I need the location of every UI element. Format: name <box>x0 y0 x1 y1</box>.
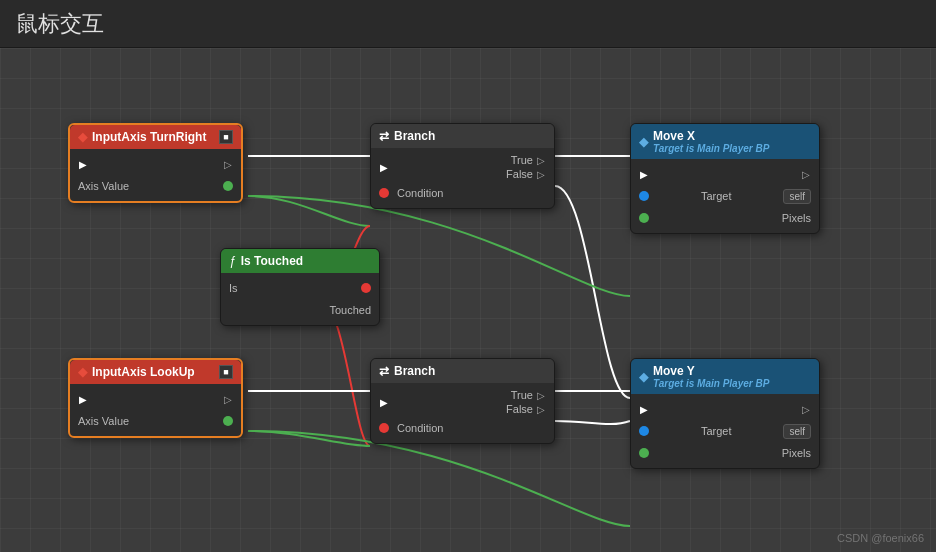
move-x-header: ◆ Move X Target is Main Player BP <box>631 124 819 159</box>
move-y-pixels-label: Pixels <box>782 447 811 459</box>
branch-bottom-cond-label: Condition <box>397 422 443 434</box>
input-axis-lookup-body: ▶ ▷ Axis Value <box>70 384 241 436</box>
lookup-axis-pin <box>223 416 233 426</box>
turn-axis-value-label: Axis Value <box>78 180 129 192</box>
move-y-body: ▶ ▷ Target self Pixels <box>631 394 819 468</box>
move-x-subtitle: Target is Main Player BP <box>653 143 769 154</box>
is-touched-header: ƒ Is Touched <box>221 249 379 273</box>
input-axis-lookup-label: InputAxis LookUp <box>92 365 195 379</box>
input-axis-turn-icon: ◆ <box>78 130 87 144</box>
move-x-exec-in: ▶ <box>639 169 649 179</box>
branch-top-cond-label: Condition <box>397 187 443 199</box>
is-pin <box>361 283 371 293</box>
title-bar: 鼠标交互 <box>0 0 936 48</box>
is-touched-func-icon: ƒ <box>229 254 236 268</box>
input-axis-turn-label: InputAxis TurnRight <box>92 130 206 144</box>
turn-axis-pin <box>223 181 233 191</box>
branch-bottom-header: ⇄ Branch <box>371 359 554 383</box>
is-pin-label: Is <box>229 282 238 294</box>
move-x-title: Move X <box>653 129 769 143</box>
branch-top-exec-row: ▶ True ▷ False ▷ <box>379 154 546 180</box>
node-input-axis-lookup[interactable]: ◆ InputAxis LookUp ■ ▶ ▷ Axis Value <box>68 358 243 438</box>
lookup-close-icon[interactable]: ■ <box>219 365 233 379</box>
move-x-pixels-label: Pixels <box>782 212 811 224</box>
move-y-exec-out: ▷ <box>801 404 811 414</box>
lookup-exec-in-pin: ▶ <box>78 394 88 404</box>
move-x-target-row: Target self <box>639 187 811 205</box>
is-touched-row: Is <box>229 279 371 297</box>
branch-top-false-label: False <box>506 168 533 180</box>
move-y-title: Move Y <box>653 364 769 378</box>
node-input-axis-turn[interactable]: ◆ InputAxis TurnRight ■ ▶ ▷ Axis Value <box>68 123 243 203</box>
lookup-exec-out-pin: ▷ <box>223 394 233 404</box>
node-move-x[interactable]: ◆ Move X Target is Main Player BP ▶ ▷ Ta… <box>630 123 820 234</box>
turn-exec-row: ▶ ▷ <box>78 155 233 173</box>
branch-top-header: ⇄ Branch <box>371 124 554 148</box>
turn-close-icon[interactable]: ■ <box>219 130 233 144</box>
branch-top-body: ▶ True ▷ False ▷ Condition <box>371 148 554 208</box>
branch-bottom-icon: ⇄ <box>379 364 389 378</box>
node-input-axis-turn-header: ◆ InputAxis TurnRight ■ <box>70 125 241 149</box>
branch-top-cond-row: Condition <box>379 184 546 202</box>
branch-bottom-cond-row: Condition <box>379 419 546 437</box>
node-branch-bottom[interactable]: ⇄ Branch ▶ True ▷ False ▷ Co <box>370 358 555 444</box>
move-x-target-value: self <box>783 189 811 204</box>
move-y-header: ◆ Move Y Target is Main Player BP <box>631 359 819 394</box>
move-x-icon: ◆ <box>639 135 648 149</box>
move-x-target-pin <box>639 191 649 201</box>
is-touched-body: Is Touched <box>221 273 379 325</box>
branch-bottom-label: Branch <box>394 364 435 378</box>
lookup-exec-row: ▶ ▷ <box>78 390 233 408</box>
lookup-axis-value-label: Axis Value <box>78 415 129 427</box>
move-x-body: ▶ ▷ Target self Pixels <box>631 159 819 233</box>
branch-top-cond-pin <box>379 188 389 198</box>
move-y-pixels-row: Pixels <box>639 444 811 462</box>
move-x-pixels-row: Pixels <box>639 209 811 227</box>
branch-bottom-exec-row: ▶ True ▷ False ▷ <box>379 389 546 415</box>
branch-top-label: Branch <box>394 129 435 143</box>
node-branch-top[interactable]: ⇄ Branch ▶ True ▷ False ▷ Co <box>370 123 555 209</box>
move-y-target-value: self <box>783 424 811 439</box>
branch-top-true-pin: ▷ <box>536 155 546 165</box>
move-y-subtitle: Target is Main Player BP <box>653 378 769 389</box>
lookup-icon: ◆ <box>78 365 87 379</box>
turn-axis-row: Axis Value <box>78 177 233 195</box>
move-x-pixels-pin <box>639 213 649 223</box>
move-x-exec-out: ▷ <box>801 169 811 179</box>
branch-bottom-true-label: True <box>511 389 533 401</box>
node-move-y[interactable]: ◆ Move Y Target is Main Player BP ▶ ▷ Ta… <box>630 358 820 469</box>
is-touched-label: Is Touched <box>241 254 303 268</box>
branch-top-exec-in: ▶ <box>379 162 389 172</box>
move-y-target-row: Target self <box>639 422 811 440</box>
touched-output-row: Touched <box>229 301 371 319</box>
move-y-exec-in: ▶ <box>639 404 649 414</box>
node-input-axis-lookup-header: ◆ InputAxis LookUp ■ <box>70 360 241 384</box>
branch-bottom-false-pin: ▷ <box>536 404 546 414</box>
branch-top-true-label: True <box>511 154 533 166</box>
branch-bottom-true-pin: ▷ <box>536 390 546 400</box>
input-axis-turn-body: ▶ ▷ Axis Value <box>70 149 241 201</box>
canvas: ◆ InputAxis TurnRight ■ ▶ ▷ Axis Value ◆… <box>0 48 936 552</box>
branch-bottom-cond-pin <box>379 423 389 433</box>
branch-bottom-exec-in: ▶ <box>379 397 389 407</box>
node-is-touched[interactable]: ƒ Is Touched Is Touched <box>220 248 380 326</box>
branch-top-false-pin: ▷ <box>536 169 546 179</box>
branch-bottom-false-label: False <box>506 403 533 415</box>
turn-exec-in-pin: ▶ <box>78 159 88 169</box>
move-x-exec-row: ▶ ▷ <box>639 165 811 183</box>
move-x-target-label: Target <box>701 190 732 202</box>
watermark: CSDN @foenix66 <box>837 532 924 544</box>
touched-output-label: Touched <box>329 304 371 316</box>
turn-exec-out-pin: ▷ <box>223 159 233 169</box>
move-y-target-pin <box>639 426 649 436</box>
move-y-exec-row: ▶ ▷ <box>639 400 811 418</box>
title-text: 鼠标交互 <box>16 9 104 39</box>
branch-top-icon: ⇄ <box>379 129 389 143</box>
lookup-axis-row: Axis Value <box>78 412 233 430</box>
branch-bottom-body: ▶ True ▷ False ▷ Condition <box>371 383 554 443</box>
move-y-icon: ◆ <box>639 370 648 384</box>
move-y-target-label: Target <box>701 425 732 437</box>
move-y-pixels-pin <box>639 448 649 458</box>
